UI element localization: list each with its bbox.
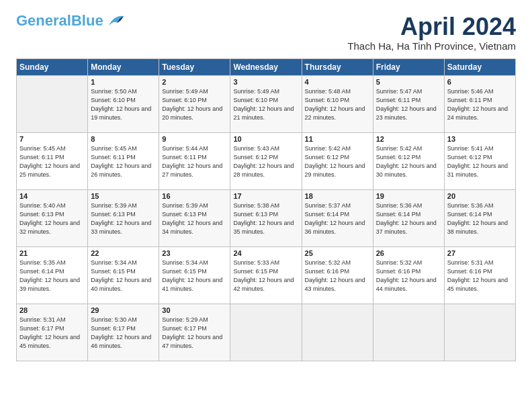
day-info: Sunrise: 5:36 AM Sunset: 6:14 PM Dayligh… <box>447 201 513 236</box>
day-number: 27 <box>447 249 513 257</box>
calendar-table: SundayMondayTuesdayWednesdayThursdayFrid… <box>16 58 516 361</box>
day-number: 30 <box>162 306 227 314</box>
day-number: 21 <box>19 249 85 257</box>
logo: GeneralBlue <box>16 13 124 28</box>
calendar-cell: 19 Sunrise: 5:36 AM Sunset: 6:14 PM Dayl… <box>373 189 444 246</box>
calendar-cell: 15 Sunrise: 5:39 AM Sunset: 6:13 PM Dayl… <box>88 189 159 246</box>
daylight-label: Daylight: 12 hours and 26 minutes. <box>91 163 151 178</box>
daylight-label: Daylight: 12 hours and 29 minutes. <box>305 163 365 178</box>
day-info: Sunrise: 5:31 AM Sunset: 6:17 PM Dayligh… <box>19 316 85 351</box>
daylight-label: Daylight: 12 hours and 39 minutes. <box>19 277 80 292</box>
sunrise-label: Sunrise: 5:49 AM <box>233 88 279 95</box>
calendar-week-row: 7 Sunrise: 5:45 AM Sunset: 6:11 PM Dayli… <box>17 132 516 189</box>
sunset-label: Sunset: 6:15 PM <box>233 268 278 275</box>
sunrise-label: Sunrise: 5:30 AM <box>91 316 137 323</box>
day-info: Sunrise: 5:37 AM Sunset: 6:14 PM Dayligh… <box>305 201 370 236</box>
day-info: Sunrise: 5:41 AM Sunset: 6:12 PM Dayligh… <box>447 144 513 179</box>
calendar-cell: 13 Sunrise: 5:41 AM Sunset: 6:12 PM Dayl… <box>444 132 515 189</box>
day-number: 6 <box>447 78 513 86</box>
day-info: Sunrise: 5:50 AM Sunset: 6:10 PM Dayligh… <box>91 87 156 122</box>
daylight-label: Daylight: 12 hours and 44 minutes. <box>376 277 437 292</box>
daylight-label: Daylight: 12 hours and 19 minutes. <box>91 105 151 121</box>
sunrise-label: Sunrise: 5:29 AM <box>162 316 208 323</box>
sunrise-label: Sunrise: 5:43 AM <box>233 145 279 152</box>
day-number: 7 <box>19 135 85 143</box>
sunrise-label: Sunrise: 5:45 AM <box>91 145 137 152</box>
calendar-cell: 18 Sunrise: 5:37 AM Sunset: 6:14 PM Dayl… <box>302 189 373 246</box>
day-info: Sunrise: 5:48 AM Sunset: 6:10 PM Dayligh… <box>305 87 370 122</box>
daylight-label: Daylight: 12 hours and 37 minutes. <box>376 220 437 235</box>
daylight-label: Daylight: 12 hours and 42 minutes. <box>233 277 294 292</box>
calendar-week-row: 1 Sunrise: 5:50 AM Sunset: 6:10 PM Dayli… <box>17 75 516 132</box>
day-info: Sunrise: 5:49 AM Sunset: 6:10 PM Dayligh… <box>233 87 298 122</box>
day-number: 2 <box>162 78 227 86</box>
day-number: 20 <box>447 192 513 200</box>
calendar-cell <box>302 304 373 361</box>
day-number: 10 <box>233 135 298 143</box>
sunset-label: Sunset: 6:17 PM <box>91 325 136 332</box>
calendar-header-row: SundayMondayTuesdayWednesdayThursdayFrid… <box>17 58 516 75</box>
day-info: Sunrise: 5:44 AM Sunset: 6:11 PM Dayligh… <box>162 144 227 179</box>
calendar-cell: 10 Sunrise: 5:43 AM Sunset: 6:12 PM Dayl… <box>230 132 302 189</box>
sunrise-label: Sunrise: 5:36 AM <box>447 202 494 209</box>
sunset-label: Sunset: 6:13 PM <box>19 211 64 218</box>
day-number: 13 <box>447 135 513 143</box>
sunrise-label: Sunrise: 5:45 AM <box>19 145 66 152</box>
sunrise-label: Sunrise: 5:42 AM <box>305 145 351 152</box>
sunrise-label: Sunrise: 5:33 AM <box>233 259 279 266</box>
daylight-label: Daylight: 12 hours and 34 minutes. <box>162 220 222 235</box>
day-number: 19 <box>376 192 441 200</box>
day-info: Sunrise: 5:38 AM Sunset: 6:13 PM Dayligh… <box>233 201 298 236</box>
calendar-cell: 7 Sunrise: 5:45 AM Sunset: 6:11 PM Dayli… <box>17 132 88 189</box>
calendar-cell: 28 Sunrise: 5:31 AM Sunset: 6:17 PM Dayl… <box>17 304 88 361</box>
day-number: 8 <box>91 135 156 143</box>
calendar-cell: 30 Sunrise: 5:29 AM Sunset: 6:17 PM Dayl… <box>159 304 230 361</box>
calendar-cell: 21 Sunrise: 5:35 AM Sunset: 6:14 PM Dayl… <box>17 246 88 304</box>
sunset-label: Sunset: 6:17 PM <box>19 325 64 332</box>
col-header-friday: Friday <box>373 58 444 75</box>
calendar-cell: 16 Sunrise: 5:39 AM Sunset: 6:13 PM Dayl… <box>159 189 230 246</box>
day-info: Sunrise: 5:31 AM Sunset: 6:16 PM Dayligh… <box>447 259 513 293</box>
sunset-label: Sunset: 6:12 PM <box>305 154 350 161</box>
daylight-label: Daylight: 12 hours and 41 minutes. <box>162 277 222 292</box>
day-info: Sunrise: 5:39 AM Sunset: 6:13 PM Dayligh… <box>162 201 227 236</box>
sunset-label: Sunset: 6:15 PM <box>162 268 207 275</box>
day-info: Sunrise: 5:47 AM Sunset: 6:11 PM Dayligh… <box>376 87 441 122</box>
sunset-label: Sunset: 6:10 PM <box>233 97 278 103</box>
sunrise-label: Sunrise: 5:38 AM <box>233 202 279 209</box>
sunrise-label: Sunrise: 5:40 AM <box>19 202 66 209</box>
calendar-cell: 11 Sunrise: 5:42 AM Sunset: 6:12 PM Dayl… <box>302 132 373 189</box>
sunset-label: Sunset: 6:12 PM <box>376 154 421 161</box>
daylight-label: Daylight: 12 hours and 45 minutes. <box>447 277 508 292</box>
calendar-cell: 24 Sunrise: 5:33 AM Sunset: 6:15 PM Dayl… <box>230 246 302 304</box>
day-info: Sunrise: 5:43 AM Sunset: 6:12 PM Dayligh… <box>233 144 298 179</box>
day-number: 26 <box>376 249 441 257</box>
sunset-label: Sunset: 6:16 PM <box>447 268 492 275</box>
calendar-cell: 2 Sunrise: 5:49 AM Sunset: 6:10 PM Dayli… <box>159 75 230 132</box>
day-number: 18 <box>305 192 370 200</box>
calendar-title: April 2024 <box>347 13 516 40</box>
sunset-label: Sunset: 6:11 PM <box>91 154 136 161</box>
sunset-label: Sunset: 6:14 PM <box>447 211 492 218</box>
daylight-label: Daylight: 12 hours and 33 minutes. <box>91 220 151 235</box>
daylight-label: Daylight: 12 hours and 23 minutes. <box>376 105 437 121</box>
day-number: 25 <box>305 249 370 257</box>
sunset-label: Sunset: 6:10 PM <box>162 97 207 103</box>
sunrise-label: Sunrise: 5:32 AM <box>305 259 351 266</box>
calendar-cell: 5 Sunrise: 5:47 AM Sunset: 6:11 PM Dayli… <box>373 75 444 132</box>
day-info: Sunrise: 5:42 AM Sunset: 6:12 PM Dayligh… <box>305 144 370 179</box>
daylight-label: Daylight: 12 hours and 30 minutes. <box>376 163 437 178</box>
calendar-week-row: 28 Sunrise: 5:31 AM Sunset: 6:17 PM Dayl… <box>17 304 516 361</box>
sunset-label: Sunset: 6:10 PM <box>305 97 350 103</box>
sunrise-label: Sunrise: 5:44 AM <box>162 145 208 152</box>
daylight-label: Daylight: 12 hours and 45 minutes. <box>19 334 80 349</box>
calendar-cell: 14 Sunrise: 5:40 AM Sunset: 6:13 PM Dayl… <box>17 189 88 246</box>
col-header-saturday: Saturday <box>444 58 515 75</box>
sunrise-label: Sunrise: 5:36 AM <box>376 202 423 209</box>
day-info: Sunrise: 5:40 AM Sunset: 6:13 PM Dayligh… <box>19 201 85 236</box>
calendar-cell: 8 Sunrise: 5:45 AM Sunset: 6:11 PM Dayli… <box>88 132 159 189</box>
day-info: Sunrise: 5:30 AM Sunset: 6:17 PM Dayligh… <box>91 316 156 351</box>
title-area: April 2024 Thach Ha, Ha Tinh Province, V… <box>347 13 516 52</box>
sunset-label: Sunset: 6:16 PM <box>305 268 350 275</box>
col-header-sunday: Sunday <box>17 58 88 75</box>
